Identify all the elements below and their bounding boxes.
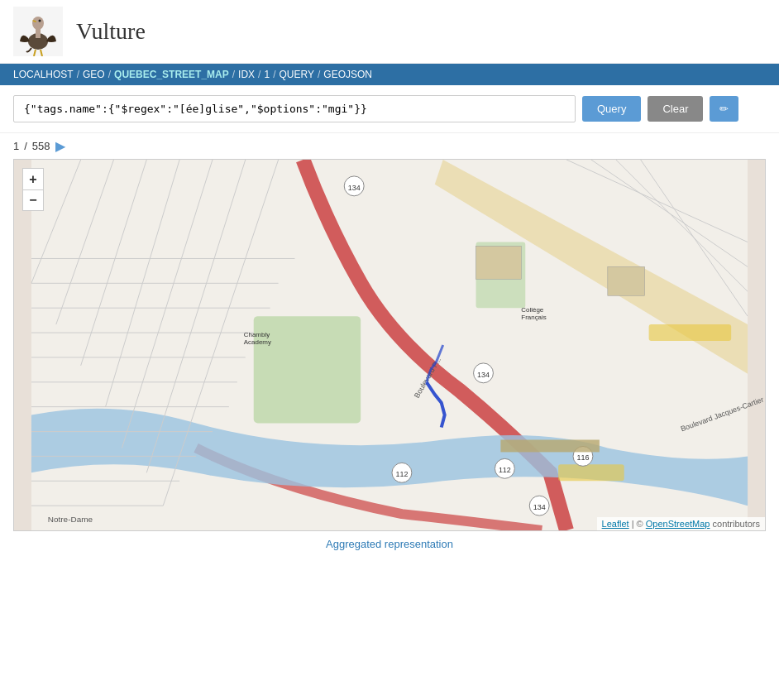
vulture-icon [13,7,63,56]
query-input[interactable] [13,95,576,122]
total-pages: 558 [32,140,50,152]
clear-button[interactable]: Clear [648,96,703,122]
map-container[interactable]: 134 134 134 112 112 116 Boulevard P... B… [13,159,766,531]
breadcrumb-query[interactable]: QUERY [279,69,313,80]
breadcrumb-geojson[interactable]: GEOJSON [323,69,372,80]
page-separator: / [24,140,27,152]
zoom-out-button[interactable]: − [22,189,44,211]
next-page-button[interactable]: ▶ [55,138,65,154]
zoom-in-button[interactable]: + [22,168,44,189]
svg-text:112: 112 [395,470,408,478]
svg-line-4 [34,50,36,56]
app-title: Vulture [76,18,146,45]
breadcrumb: LOCALHOST / GEO / QUEBEC_STREET_MAP / ID… [0,64,779,85]
svg-text:Academy: Academy [244,338,271,346]
breadcrumb-1[interactable]: 1 [264,69,270,80]
aggregated-representation-label: Aggregated representation [0,531,779,557]
svg-point-3 [39,20,41,22]
svg-line-5 [41,50,42,56]
map-attribution: Leaflet | © OpenStreetMap contributors [597,517,765,530]
osm-link[interactable]: OpenStreetMap [646,519,710,529]
svg-rect-2 [36,28,41,38]
svg-text:134: 134 [533,503,546,511]
pagination: 1 / 558 ▶ [0,133,779,159]
svg-rect-58 [608,266,645,295]
svg-text:112: 112 [499,466,511,474]
svg-rect-57 [476,247,522,280]
svg-rect-63 [500,439,599,452]
leaflet-link[interactable]: Leaflet [602,519,629,529]
edit-button[interactable]: ✏ [710,96,738,122]
query-bar: Query Clear ✏ [0,85,779,133]
query-button[interactable]: Query [582,96,641,122]
svg-text:134: 134 [477,371,490,379]
breadcrumb-idx[interactable]: IDX [238,69,255,80]
app-header: Vulture [0,0,779,64]
svg-text:Collège: Collège [521,306,544,314]
breadcrumb-quebec-street-map[interactable]: QUEBEC_STREET_MAP [114,69,229,80]
breadcrumb-localhost[interactable]: LOCALHOST [13,69,74,80]
app-logo [13,7,63,56]
breadcrumb-geo[interactable]: GEO [83,69,105,80]
svg-text:134: 134 [348,184,361,192]
svg-text:Chambly: Chambly [244,331,270,338]
current-page: 1 [13,140,19,152]
svg-rect-31 [558,464,624,481]
svg-point-1 [32,17,44,30]
svg-text:Français: Français [521,314,547,321]
svg-rect-32 [649,324,732,341]
map-svg: 134 134 134 112 112 116 Boulevard P... B… [14,160,765,530]
zoom-controls: + − [22,168,44,211]
svg-text:Notre-Dame: Notre-Dame [48,515,93,524]
svg-text:116: 116 [576,453,589,462]
